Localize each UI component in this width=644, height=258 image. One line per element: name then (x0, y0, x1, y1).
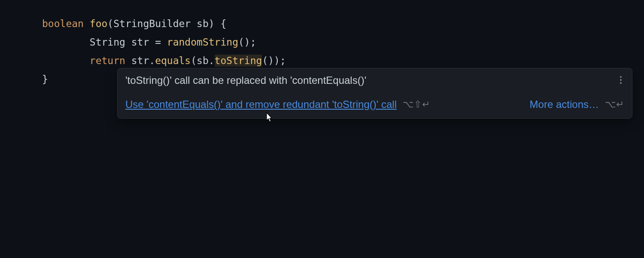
indent (42, 37, 90, 48)
inspection-title: 'toString()' call can be replaced with '… (125, 74, 366, 86)
var-type: String (90, 37, 125, 48)
more-actions-shortcut: ⌥↵ (605, 99, 624, 110)
more-actions-link[interactable]: More actions… (530, 98, 599, 111)
tooltip-header: 'toString()' call can be replaced with '… (125, 74, 624, 86)
line3-tail: ()); (262, 55, 286, 66)
expr-mid: (sb. (191, 55, 214, 66)
expr-prefix: str. (125, 55, 155, 66)
kebab-menu-icon[interactable] (617, 76, 624, 84)
call-name: randomString (167, 37, 238, 48)
closing-brace: } (42, 74, 48, 85)
param-type: StringBuilder (113, 18, 191, 29)
quickfix-link[interactable]: Use 'contentEquals()' and remove redunda… (125, 98, 397, 111)
inspection-highlight[interactable]: toString (215, 55, 262, 67)
var-name: str (131, 37, 149, 48)
tooltip-actions-row: Use 'contentEquals()' and remove redunda… (125, 98, 624, 111)
indent (42, 55, 90, 66)
line1-tail: ) { (209, 18, 227, 29)
code-line-3[interactable]: return str.equals(sb.toString()); (42, 52, 644, 70)
function-name: foo (90, 18, 108, 29)
inspection-tooltip: 'toString()' call can be replaced with '… (117, 68, 632, 119)
quickfix-shortcut: ⌥⇧↵ (403, 99, 430, 110)
keyword-boolean: boolean (42, 18, 84, 29)
keyword-return: return (90, 55, 125, 66)
code-line-1[interactable]: boolean foo(StringBuilder sb) { (42, 15, 644, 33)
method-equals: equals (155, 55, 191, 66)
code-line-2[interactable]: String str = randomString(); (42, 33, 644, 52)
line2-tail: (); (238, 37, 256, 48)
assign-op: = (149, 37, 167, 48)
param-name: sb (197, 18, 209, 29)
